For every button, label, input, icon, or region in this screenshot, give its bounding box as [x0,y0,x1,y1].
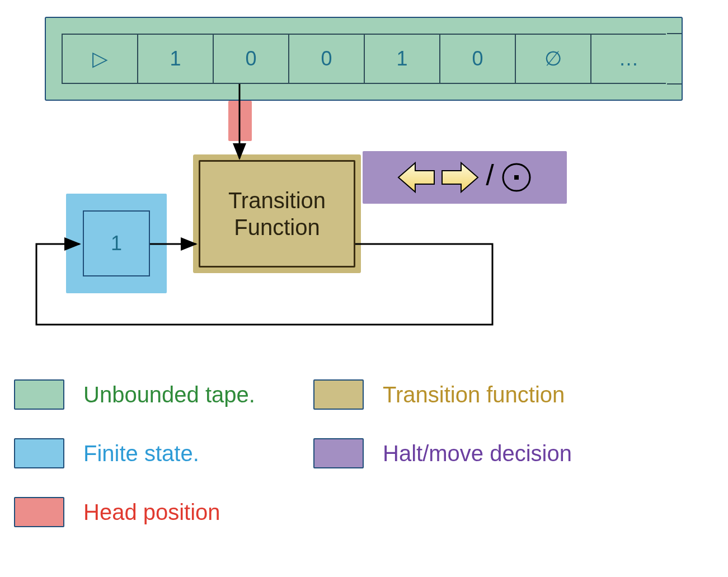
turing-machine-diagram: ▷ 1 0 0 1 0 ∅ … Transition Function 1 [0,0,728,577]
arrow-right-icon [441,161,480,194]
legend-tape-label: Unbounded tape. [83,382,255,407]
legend-hm-swatch [313,438,364,468]
tape-cell-0: ▷ [62,34,137,84]
transition-function-box: Transition Function [199,160,355,268]
legend-hm-label: Halt/move decision [383,441,572,466]
state-value: 1 [111,232,122,255]
tape-cell-1: 1 [137,34,213,84]
halt-move-box: / [363,151,567,204]
transition-function-label-2: Function [234,214,320,241]
legend-column-2: Transition function Halt/move decision [313,375,572,492]
arrow-left-icon [396,161,435,194]
legend-tf-label: Transition function [383,382,565,407]
legend-state-swatch [14,438,64,468]
legend-state: Finite state. [14,434,255,473]
legend-tf-swatch [313,379,364,410]
tape-cell-7: … [590,34,666,84]
state-box: 1 [83,210,150,276]
halt-icon [500,161,533,194]
tape-cell-3: 0 [288,34,364,84]
legend-tf: Transition function [313,375,572,414]
legend-hm: Halt/move decision [313,434,572,473]
legend-tape: Unbounded tape. [14,375,255,414]
transition-function-label-1: Transition [228,187,326,214]
legend-head: Head position [14,492,255,532]
legend-head-label: Head position [83,500,220,525]
tape-cell-2: 0 [213,34,288,84]
legend-tape-swatch [14,379,64,410]
tape-cell-4: 1 [364,34,439,84]
head-position-marker [228,101,252,141]
slash-separator: / [486,158,494,192]
tape-cell-6: ∅ [515,34,590,84]
svg-rect-1 [514,175,519,180]
legend-head-swatch [14,497,64,527]
legend-state-label: Finite state. [83,441,199,466]
legend-column-1: Unbounded tape. Finite state. Head posit… [14,375,255,551]
tape-cell-5: 0 [439,34,515,84]
tape-cells: ▷ 1 0 0 1 0 ∅ … [62,34,669,84]
